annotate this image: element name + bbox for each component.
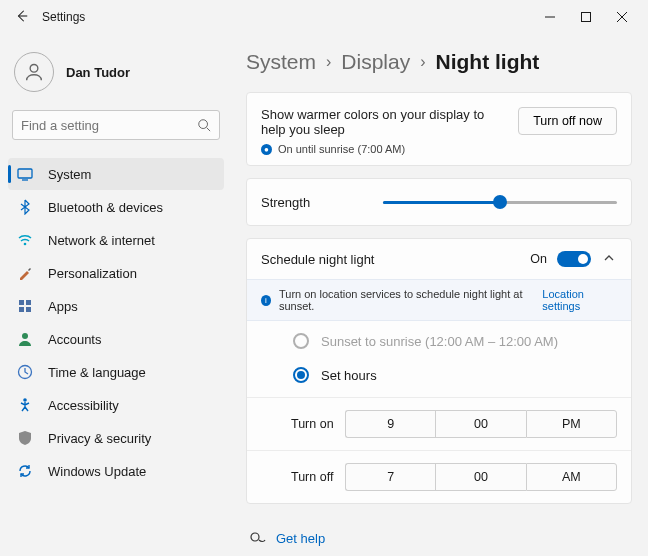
arrow-left-icon <box>15 9 29 23</box>
wifi-icon <box>16 231 34 249</box>
sidebar-item-label: Network & internet <box>48 233 155 248</box>
apps-icon <box>16 297 34 315</box>
slider-thumb[interactable] <box>493 195 507 209</box>
chevron-up-icon <box>603 252 615 264</box>
sidebar-item-accounts[interactable]: Accounts <box>8 323 224 355</box>
avatar <box>14 52 54 92</box>
turn-on-label: Turn on <box>261 417 337 431</box>
svg-point-4 <box>30 64 38 72</box>
breadcrumb-current: Night light <box>436 50 540 74</box>
breadcrumb-system[interactable]: System <box>246 50 316 74</box>
chevron-right-icon: › <box>326 53 331 71</box>
schedule-title: Schedule night light <box>261 252 520 267</box>
sidebar-item-label: Windows Update <box>48 464 146 479</box>
content-area: System › Display › Night light Show warm… <box>232 34 648 556</box>
system-icon <box>16 165 34 183</box>
sidebar-item-label: System <box>48 167 91 182</box>
sidebar-item-privacy[interactable]: Privacy & security <box>8 422 224 454</box>
svg-rect-7 <box>18 169 32 178</box>
option-sunset-label: Sunset to sunrise (12:00 AM – 12:00 AM) <box>321 334 558 349</box>
svg-point-16 <box>23 398 27 402</box>
location-settings-link[interactable]: Location settings <box>542 288 617 312</box>
location-info-text: Turn on location services to schedule ni… <box>279 288 534 312</box>
titlebar: Settings <box>0 0 648 34</box>
sidebar-item-windows-update[interactable]: Windows Update <box>8 455 224 487</box>
turn-off-ampm-field[interactable]: AM <box>526 463 617 491</box>
turn-on-minute-field[interactable]: 00 <box>435 410 525 438</box>
location-info-banner: i Turn on location services to schedule … <box>247 279 631 321</box>
turn-off-now-button[interactable]: Turn off now <box>518 107 617 135</box>
close-icon <box>617 12 627 22</box>
sidebar-item-label: Accounts <box>48 332 101 347</box>
night-light-status-card: Show warmer colors on your display to he… <box>246 92 632 166</box>
maximize-button[interactable] <box>568 2 604 32</box>
night-light-status-text: On until sunrise (7:00 AM) <box>278 143 405 155</box>
svg-point-5 <box>199 120 208 129</box>
back-button[interactable] <box>8 9 36 26</box>
schedule-card: Schedule night light On i Turn on locati… <box>246 238 632 504</box>
minimize-button[interactable] <box>532 2 568 32</box>
strength-slider[interactable] <box>383 193 617 211</box>
sidebar-item-apps[interactable]: Apps <box>8 290 224 322</box>
sidebar-item-bluetooth[interactable]: Bluetooth & devices <box>8 191 224 223</box>
svg-point-17 <box>251 533 259 541</box>
option-set-hours-label: Set hours <box>321 368 377 383</box>
sidebar-item-accessibility[interactable]: Accessibility <box>8 389 224 421</box>
breadcrumb: System › Display › Night light <box>246 50 632 74</box>
sidebar-item-network[interactable]: Network & internet <box>8 224 224 256</box>
brush-icon <box>16 264 34 282</box>
radio-set-hours[interactable] <box>293 367 309 383</box>
turn-off-label: Turn off <box>261 470 337 484</box>
accessibility-icon <box>16 396 34 414</box>
status-dot-icon: ● <box>261 144 272 155</box>
sidebar-item-personalization[interactable]: Personalization <box>8 257 224 289</box>
sidebar: Dan Tudor System Bluetooth & devices Net… <box>0 34 232 556</box>
window-title: Settings <box>42 10 85 24</box>
strength-label: Strength <box>261 195 371 210</box>
chevron-right-icon: › <box>420 53 425 71</box>
account-block[interactable]: Dan Tudor <box>8 42 224 110</box>
account-name: Dan Tudor <box>66 65 130 80</box>
schedule-toggle[interactable] <box>557 251 591 267</box>
collapse-button[interactable] <box>601 252 617 267</box>
turn-on-hour-field[interactable]: 9 <box>345 410 435 438</box>
search-input[interactable] <box>21 118 197 133</box>
info-icon: i <box>261 295 271 306</box>
maximize-icon <box>581 12 591 22</box>
get-help-link[interactable]: Get help <box>276 531 325 546</box>
sidebar-item-label: Bluetooth & devices <box>48 200 163 215</box>
update-icon <box>16 462 34 480</box>
person-icon <box>16 330 34 348</box>
search-icon <box>197 118 211 132</box>
turn-off-minute-field[interactable]: 00 <box>435 463 525 491</box>
sidebar-item-label: Accessibility <box>48 398 119 413</box>
radio-sunset[interactable] <box>293 333 309 349</box>
breadcrumb-display[interactable]: Display <box>341 50 410 74</box>
option-set-hours-row[interactable]: Set hours <box>247 355 631 397</box>
sidebar-item-label: Time & language <box>48 365 146 380</box>
turn-on-row: Turn on 9 00 PM <box>247 397 631 450</box>
sidebar-item-time-language[interactable]: Time & language <box>8 356 224 388</box>
schedule-state-label: On <box>530 252 547 266</box>
help-icon <box>250 530 266 546</box>
turn-on-ampm-field[interactable]: PM <box>526 410 617 438</box>
sidebar-nav: System Bluetooth & devices Network & int… <box>8 158 224 487</box>
svg-point-14 <box>22 333 28 339</box>
svg-point-9 <box>24 243 27 246</box>
turn-off-row: Turn off 7 00 AM <box>247 450 631 503</box>
search-box[interactable] <box>12 110 220 140</box>
svg-line-6 <box>207 128 211 132</box>
svg-rect-12 <box>19 307 24 312</box>
strength-card: Strength <box>246 178 632 226</box>
svg-rect-11 <box>26 300 31 305</box>
close-button[interactable] <box>604 2 640 32</box>
turn-off-hour-field[interactable]: 7 <box>345 463 435 491</box>
clock-icon <box>16 363 34 381</box>
svg-rect-10 <box>19 300 24 305</box>
help-row: Get help <box>246 516 632 556</box>
shield-icon <box>16 429 34 447</box>
option-sunset-row[interactable]: Sunset to sunrise (12:00 AM – 12:00 AM) <box>247 321 631 355</box>
svg-rect-13 <box>26 307 31 312</box>
sidebar-item-system[interactable]: System <box>8 158 224 190</box>
sidebar-item-label: Privacy & security <box>48 431 151 446</box>
